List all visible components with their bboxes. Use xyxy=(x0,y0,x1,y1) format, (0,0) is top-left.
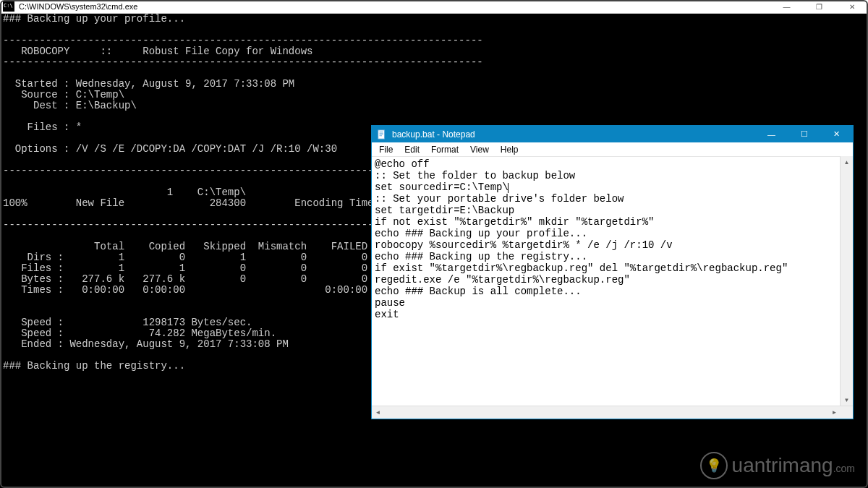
notepad-text-area[interactable]: @echo off :: Set the folder to backup be… xyxy=(372,157,853,406)
watermark: 💡 uantrimang.com xyxy=(700,452,855,479)
menu-format[interactable]: Format xyxy=(425,143,464,156)
vertical-scrollbar[interactable]: ▲ ▼ xyxy=(840,156,853,406)
cmd-window-controls: — ❐ ✕ xyxy=(770,0,868,13)
minimize-button[interactable]: — xyxy=(755,126,788,142)
scroll-right-icon[interactable]: ► xyxy=(828,406,841,419)
close-button[interactable]: ✕ xyxy=(820,126,853,142)
scroll-left-icon[interactable]: ◄ xyxy=(372,406,384,419)
watermark-text: uantrimang.com xyxy=(732,454,855,477)
menu-view[interactable]: View xyxy=(464,143,495,156)
notepad-window-controls: — ☐ ✕ xyxy=(755,126,853,142)
menu-file[interactable]: File xyxy=(373,143,399,156)
maximize-button[interactable]: ☐ xyxy=(788,126,820,142)
menu-help[interactable]: Help xyxy=(495,143,524,156)
bulb-icon: 💡 xyxy=(700,452,728,479)
notepad-window[interactable]: backup.bat - Notepad — ☐ ✕ File Edit For… xyxy=(371,125,854,419)
horizontal-scrollbar[interactable]: ◄ ► xyxy=(372,406,853,419)
close-button[interactable]: ✕ xyxy=(835,0,868,13)
text-after-caret: :: Set your portable drive's folder belo… xyxy=(375,193,788,320)
scroll-up-icon[interactable]: ▲ xyxy=(841,156,853,168)
maximize-button[interactable]: ❐ xyxy=(803,0,835,13)
notepad-title: backup.bat - Notepad xyxy=(392,129,755,140)
cmd-titlebar[interactable]: C:\WINDOWS\system32\cmd.exe — ❐ ✕ xyxy=(0,0,868,14)
notepad-menubar: File Edit Format View Help xyxy=(372,142,853,157)
cmd-title: C:\WINDOWS\system32\cmd.exe xyxy=(17,2,770,11)
notepad-icon xyxy=(376,129,388,140)
scroll-down-icon[interactable]: ▼ xyxy=(841,394,853,406)
text-caret xyxy=(508,183,509,193)
cmd-icon xyxy=(3,1,14,12)
text-before-caret: @echo off :: Set the folder to backup be… xyxy=(375,158,575,193)
minimize-button[interactable]: — xyxy=(770,0,803,13)
notepad-titlebar[interactable]: backup.bat - Notepad — ☐ ✕ xyxy=(372,126,853,142)
menu-edit[interactable]: Edit xyxy=(399,143,425,156)
